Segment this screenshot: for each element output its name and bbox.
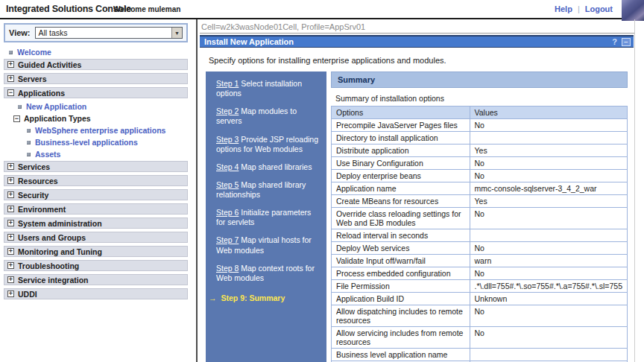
collapse-icon[interactable]: − bbox=[7, 89, 14, 96]
sidebar-item-label[interactable]: WebSphere enterprise applications bbox=[35, 126, 165, 135]
panel-description: Specify options for installing enterpris… bbox=[200, 48, 634, 72]
table-row: Validate Input off/warn/failwarn bbox=[332, 255, 628, 267]
expand-icon[interactable]: + bbox=[7, 290, 14, 297]
sidebar-item-label[interactable]: Welcome bbox=[17, 48, 51, 57]
sidebar-section-services[interactable]: +Services bbox=[4, 161, 188, 172]
option-cell: Deploy Web services bbox=[332, 242, 470, 255]
wizard-step-link[interactable]: Step 6 bbox=[216, 208, 239, 217]
sidebar-section-guided-activities[interactable]: +Guided Activities bbox=[4, 59, 188, 70]
option-cell: Application name bbox=[332, 182, 470, 195]
wizard-step-link[interactable]: Step 3 bbox=[216, 135, 239, 144]
table-header-row: Options Values bbox=[332, 107, 628, 119]
welcome-user-label: Welcome muleman bbox=[113, 5, 180, 13]
sidebar-section-service-integration[interactable]: +Service integration bbox=[4, 274, 188, 285]
sidebar-section-troubleshooting[interactable]: +Troubleshooting bbox=[4, 260, 188, 271]
sidebar-item-websphere-enterprise-applications[interactable]: WebSphere enterprise applications bbox=[25, 125, 188, 136]
content-right-edge bbox=[634, 19, 635, 362]
main-content: Cell=w2k3wasNode01Cell, Profile=AppSrv01… bbox=[200, 19, 634, 362]
table-row: File Permission.*\.dll=755#.*\.so=755#.*… bbox=[332, 280, 628, 293]
table-row: Reload interval in seconds bbox=[332, 229, 628, 242]
value-cell: No bbox=[470, 242, 628, 255]
panel-help-icon[interactable]: ? bbox=[612, 37, 617, 46]
sidebar-section-uddi[interactable]: +UDDI bbox=[4, 288, 188, 299]
sidebar-section-monitoring-and-tuning[interactable]: +Monitoring and Tuning bbox=[4, 246, 188, 257]
option-cell: Validate Input off/warn/fail bbox=[332, 255, 470, 267]
sidebar-section-environment[interactable]: +Environment bbox=[4, 203, 188, 215]
wizard-step-link[interactable]: Step 1 bbox=[216, 79, 239, 88]
sidebar-item-new-application[interactable]: New Application bbox=[16, 101, 188, 112]
wizard-step-link[interactable]: Step 4 bbox=[216, 162, 239, 171]
wizard-step-7: Step 7 Map virtual hosts for Web modules bbox=[216, 235, 321, 255]
sidebar-nav-tree: Welcome+Guided Activities+Servers−Applic… bbox=[4, 47, 188, 299]
expand-icon[interactable]: + bbox=[7, 262, 14, 269]
summary-pane: Summary Summary of installation options … bbox=[326, 72, 628, 362]
sidebar-section-label: Resources bbox=[18, 177, 58, 185]
option-cell: Use Binary Configuration bbox=[332, 157, 470, 170]
option-cell: Application Build ID bbox=[332, 293, 470, 305]
wizard-step-6: Step 6 Initialize parameters for servlet… bbox=[216, 208, 321, 227]
expand-icon[interactable]: + bbox=[7, 75, 14, 82]
sidebar-section-resources[interactable]: +Resources bbox=[4, 175, 188, 186]
value-cell: No bbox=[470, 119, 628, 132]
expand-icon[interactable]: + bbox=[7, 177, 14, 184]
sidebar-section-label: System administration bbox=[18, 219, 102, 228]
panel-minimize-icon[interactable]: − bbox=[622, 38, 631, 46]
wizard-step-1: Step 1 Select installation options bbox=[216, 79, 321, 98]
sidebar-item-label[interactable]: Business-level applications bbox=[35, 138, 138, 147]
navigation-sidebar: View: All tasks ▼ Welcome+Guided Activit… bbox=[0, 19, 192, 362]
option-cell: Precompile JavaServer Pages files bbox=[332, 119, 470, 132]
option-cell: Deploy enterprise beans bbox=[332, 170, 470, 182]
dropdown-arrow-icon[interactable]: ▼ bbox=[171, 28, 182, 38]
wizard-step-link[interactable]: Step 7 bbox=[216, 235, 239, 244]
wizard-step-link[interactable]: Step 8 bbox=[216, 264, 239, 273]
sidebar-section-users-and-groups[interactable]: +Users and Groups bbox=[4, 232, 188, 243]
expand-icon[interactable]: + bbox=[7, 234, 14, 241]
options-column-header: Options bbox=[332, 107, 470, 119]
view-selector-box: View: All tasks ▼ bbox=[4, 23, 188, 42]
sidebar-section-security[interactable]: +Security bbox=[4, 189, 188, 200]
expand-icon[interactable]: + bbox=[7, 276, 14, 283]
wizard-current-step: →Step 9: Summary bbox=[209, 293, 321, 302]
square-bullet-icon bbox=[18, 105, 22, 109]
sidebar-section-label: Service integration bbox=[18, 276, 89, 285]
wizard-step-link[interactable]: Step 5 bbox=[216, 180, 239, 189]
sidebar-item-assets[interactable]: Assets bbox=[25, 149, 188, 159]
sidebar-section-label: Guided Activities bbox=[18, 60, 81, 69]
expand-icon[interactable]: + bbox=[7, 61, 14, 68]
value-cell: .*\.dll=755#.*\.so=755#.*\.a=755#.*\.sl=… bbox=[470, 280, 628, 293]
logout-link[interactable]: Logout bbox=[585, 4, 613, 13]
value-cell: Yes bbox=[470, 195, 628, 208]
table-row: Distribute applicationYes bbox=[332, 145, 628, 157]
sidebar-section-label: Services bbox=[18, 162, 50, 171]
collapse-icon[interactable]: − bbox=[13, 115, 20, 122]
top-banner: Integrated Solutions Console Welcome mul… bbox=[0, 0, 644, 19]
sidebar-item-label[interactable]: New Application bbox=[26, 102, 86, 111]
sidebar-item-welcome[interactable]: Welcome bbox=[7, 47, 188, 57]
sidebar-section-label: Application Types bbox=[24, 114, 91, 123]
table-row: Application Build IDUnknown bbox=[332, 293, 628, 305]
breadcrumb: Cell=w2k3wasNode01Cell, Profile=AppSrv01 bbox=[200, 19, 634, 34]
expand-icon[interactable]: + bbox=[7, 206, 14, 212]
view-select[interactable]: All tasks ▼ bbox=[35, 27, 183, 39]
expand-icon[interactable]: + bbox=[7, 191, 14, 198]
sidebar-item-label[interactable]: Assets bbox=[35, 150, 60, 159]
sidebar-item-business-level-applications[interactable]: Business-level applications bbox=[25, 137, 188, 147]
value-cell: No bbox=[470, 327, 628, 349]
expand-icon[interactable]: + bbox=[7, 163, 14, 170]
websphere-admin-console: { "header": { "app_title": "Integrated S… bbox=[0, 0, 644, 362]
table-row: Directory to install application bbox=[332, 132, 628, 145]
sidebar-main-divider[interactable] bbox=[196, 19, 198, 362]
wizard-step-link[interactable]: Step 2 bbox=[216, 107, 239, 115]
value-cell: warn bbox=[470, 255, 628, 267]
sidebar-section-system-administration[interactable]: +System administration bbox=[4, 217, 188, 229]
expand-icon[interactable]: + bbox=[7, 248, 14, 255]
help-link[interactable]: Help bbox=[555, 4, 572, 13]
wizard-step-4: Step 4 Map shared libraries bbox=[216, 162, 321, 172]
expand-icon[interactable]: + bbox=[7, 220, 14, 226]
sidebar-section-application-types[interactable]: −Application Types bbox=[11, 113, 188, 124]
sidebar-section-applications[interactable]: −Applications bbox=[4, 87, 188, 98]
sidebar-section-label: Security bbox=[18, 191, 48, 200]
wizard-step-8: Step 8 Map context roots for Web modules bbox=[216, 264, 321, 283]
sidebar-section-servers[interactable]: +Servers bbox=[4, 73, 188, 84]
table-row: Precompile JavaServer Pages filesNo bbox=[332, 119, 628, 132]
